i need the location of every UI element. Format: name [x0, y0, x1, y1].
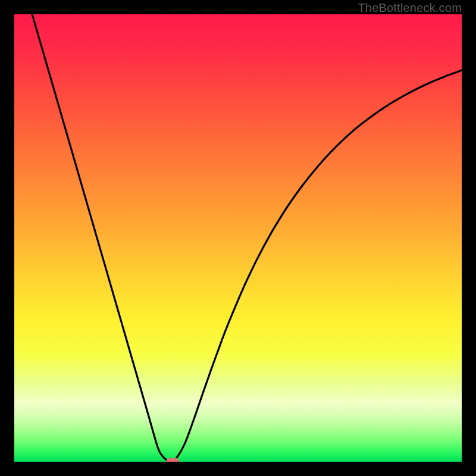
svg-point-1	[171, 458, 179, 462]
chart-plot-area	[14, 14, 462, 462]
optimal-point-marker	[14, 14, 462, 462]
watermark-text: TheBottleneck.com	[358, 1, 462, 15]
